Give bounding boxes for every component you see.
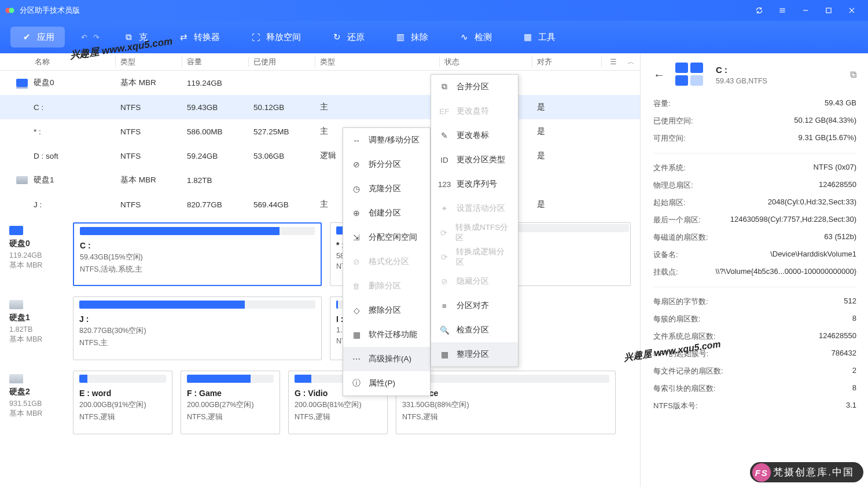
detail-key: 物理总扇区: <box>653 180 693 191</box>
maximize-icon[interactable] <box>817 0 840 21</box>
menu-label: 擦除分区 <box>369 305 401 316</box>
free-space-button[interactable]: ⛶释放空间 <box>243 27 308 47</box>
menu-item[interactable]: 🔍检查分区 <box>431 318 518 342</box>
row-align: 是 <box>532 102 602 112</box>
menu-label: 调整/移动分区 <box>369 135 420 145</box>
check-icon: ✔ <box>21 31 32 43</box>
menu-item[interactable]: ↔调整/移动分区 <box>343 128 430 152</box>
partition-block[interactable]: C : 59.43GB(15%空闲) NTFS,活动,系统,主 <box>73 222 322 286</box>
detail-key: 设备名: <box>653 250 678 260</box>
detail-value: \\?\Volume{4b5c36...0000-100000000000} <box>715 267 856 277</box>
refresh-icon[interactable] <box>748 0 771 21</box>
menu-item[interactable]: ID更改分区类型 <box>431 148 518 172</box>
col-kind[interactable]: 类型 <box>315 57 440 67</box>
detect-button[interactable]: ∿检测 <box>451 27 499 47</box>
row-used: 53.06GB <box>249 152 315 160</box>
restore-button[interactable]: ↻还原 <box>324 27 372 47</box>
menu-item[interactable]: ◇擦除分区 <box>343 298 430 323</box>
table-row[interactable]: * : NTFS 586.00MB 527.25MB 主 是 <box>0 119 640 144</box>
menu-label: 格式化分区 <box>369 257 409 267</box>
partition-block[interactable]: F : Game 200.00GB(27%空闲) NTFS,逻辑 <box>181 371 280 434</box>
col-align[interactable]: 对齐 <box>532 57 602 67</box>
col-type[interactable]: 类型 <box>116 57 182 67</box>
menu-item[interactable]: ⊘拆分分区 <box>343 152 430 177</box>
apply-button[interactable]: ✔ 应用 <box>10 27 65 47</box>
minimize-icon[interactable] <box>794 0 817 21</box>
partition-info: NTFS,逻辑 <box>295 412 381 422</box>
redo-icon[interactable]: ↷ <box>93 33 100 42</box>
menu-icon: ⋯ <box>351 354 362 364</box>
detail-row: 物理总扇区:124628550 <box>653 177 856 194</box>
disk-map-row: 硬盘0 119.24GB 基本 MBR C : 59.43GB(15%空闲) N… <box>9 222 631 286</box>
row-name: C : <box>34 103 43 112</box>
table-row[interactable]: 硬盘1 基本 MBR 1.82TB <box>0 168 640 192</box>
back-icon[interactable]: ← <box>653 68 665 82</box>
menu-item: ⟳转换成逻辑分区 <box>431 245 518 269</box>
external-link-icon[interactable]: ⧉ <box>850 69 856 80</box>
detail-row: 挂载点:\\?\Volume{4b5c36...0000-10000000000… <box>653 263 856 281</box>
menu-item: ⟳转换成NTFS分区 <box>431 221 518 245</box>
view-toggle-icon[interactable]: ☰ <box>602 57 625 66</box>
toolbar: ✔ 应用 ↶ ↷ ⧉克 ⇄转换器 ⛶释放空间 ↻还原 ▥抹除 ∿检测 ▦工具 <box>0 21 868 53</box>
undo-icon[interactable]: ↶ <box>81 33 87 42</box>
menu-item: ⊘格式化分区 <box>343 250 430 274</box>
menu-item[interactable]: ⋯高级操作(A) <box>343 347 430 371</box>
col-capacity[interactable]: 容量 <box>182 57 249 67</box>
wipe-icon: ▥ <box>395 31 406 43</box>
menu-item[interactable]: ✎更改卷标 <box>431 123 518 148</box>
partition-block[interactable]: E : word 200.00GB(91%空闲) NTFS,逻辑 <box>73 371 172 434</box>
wipe-button[interactable]: ▥抹除 <box>388 27 435 47</box>
menu-icon: 🔍 <box>439 325 450 335</box>
menu-label: 合并分区 <box>457 82 489 92</box>
detail-row: NTFS版本号:3.1 <box>653 397 856 415</box>
menu-icon: EF <box>439 106 450 116</box>
table-row[interactable]: 硬盘0 基本 MBR 119.24GB <box>0 71 640 95</box>
table-row[interactable]: C : NTFS 59.43GB 50.12GB 主 是 <box>0 95 640 119</box>
detail-key: 已使用空间: <box>653 116 693 126</box>
partition-name: C : <box>80 241 315 250</box>
partition-info: 200.00GB(81%空闲) <box>295 400 381 410</box>
disk-map-row: 硬盘2 931.51GB 基本 MBR E : word 200.00GB(91… <box>9 371 631 434</box>
menu-label: 高级操作(A) <box>369 354 411 364</box>
menu-item[interactable]: ▦软件迁移功能 <box>343 323 430 347</box>
menu-icon: ⊘ <box>351 257 362 267</box>
row-capacity: 1.82TB <box>182 176 249 185</box>
menu-item[interactable]: ▦整理分区 <box>431 342 518 367</box>
disk-type: 基本 MBR <box>9 409 66 419</box>
menu-item[interactable]: ⊕创建分区 <box>343 201 430 225</box>
menu-icon[interactable] <box>771 0 794 21</box>
menu-label: 设置活动分区 <box>457 203 505 214</box>
tools-button[interactable]: ▦工具 <box>515 27 562 47</box>
col-used[interactable]: 已使用 <box>249 57 315 67</box>
partition-block[interactable]: J : 820.77GB(30%空闲) NTFS,主 <box>73 296 322 360</box>
scroll-up-icon[interactable]: ︿ <box>625 57 637 67</box>
partition-icon <box>675 63 705 87</box>
col-status[interactable]: 状态 <box>440 57 532 67</box>
menu-item[interactable]: ≡分区对齐 <box>431 294 518 318</box>
row-name: * : <box>34 127 41 136</box>
partition-info: 331.50GB(88%空闲) <box>402 400 609 410</box>
row-type: 基本 MBR <box>116 175 182 185</box>
col-name[interactable]: 名称 <box>0 57 116 67</box>
disk-icon <box>9 374 23 383</box>
menu-item[interactable]: ⧉合并分区 <box>431 75 518 99</box>
partition-title: C : <box>716 65 767 75</box>
convert-button[interactable]: ⇄转换器 <box>171 27 227 47</box>
table-row[interactable]: J : NTFS 820.77GB 569.44GB 主 是 <box>0 192 640 217</box>
clone-button[interactable]: ⧉克 <box>116 27 155 47</box>
menu-item[interactable]: 123更改序列号 <box>431 172 518 196</box>
table-row[interactable]: D : soft NTFS 59.24GB 53.06GB 逻辑 是 <box>0 144 640 168</box>
menu-label: 转换成NTFS分区 <box>455 222 510 243</box>
row-capacity: 820.77GB <box>182 200 249 209</box>
svg-point-1 <box>9 8 14 13</box>
disk-name: 硬盘0 <box>9 239 66 249</box>
row-align: 是 <box>532 151 602 161</box>
disk-icon <box>9 300 23 309</box>
disk-type: 基本 MBR <box>9 335 66 345</box>
menu-icon: ✎ <box>439 130 450 141</box>
menu-item[interactable]: ◷克隆分区 <box>343 177 430 201</box>
close-icon[interactable] <box>840 0 863 21</box>
menu-item[interactable]: ⇲分配空闲空间 <box>343 225 430 250</box>
menu-item[interactable]: ⓘ属性(P) <box>343 371 430 396</box>
menu-label: 转换成逻辑分区 <box>456 247 510 268</box>
